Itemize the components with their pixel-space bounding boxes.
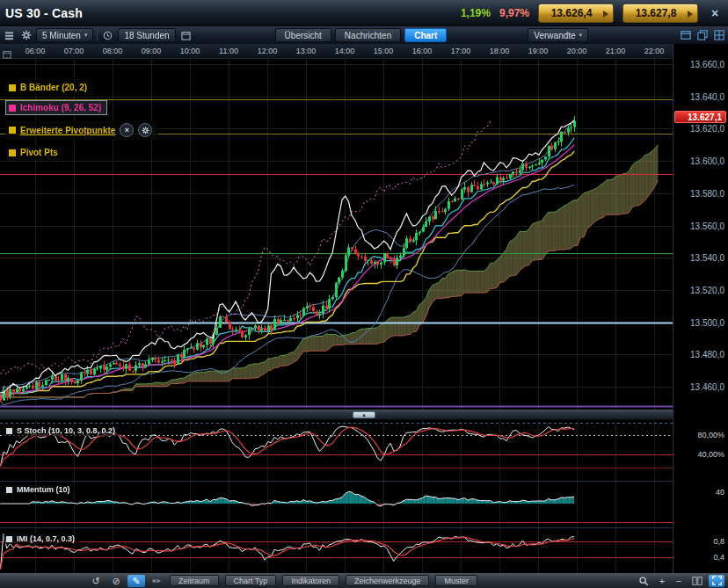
legend-erweiterte-pivotpunkte[interactable]: Erweiterte Pivotpunkte × [5, 120, 158, 140]
sell-price-button[interactable]: 13.626,4 [538, 4, 614, 23]
window-grid-icon[interactable] [712, 29, 725, 42]
tab-label: Übersicht [285, 31, 322, 40]
legend-label: Ichimoku (9, 26, 52) [20, 103, 101, 113]
timeframe-dropdown[interactable]: 5 Minuten ▾ [36, 28, 93, 42]
legend-label: Pivot Pts [20, 148, 58, 157]
time-axis-label: 06:00 [25, 47, 46, 55]
legend-bollinger-bands[interactable]: B Bänder (20, 2) [5, 80, 93, 95]
duration-label: 18 Stunden [124, 31, 169, 40]
momentum-panel-label[interactable]: MMentum (10) [4, 484, 75, 495]
toolbar-button[interactable]: Zeichenwerkzeuge [346, 575, 430, 586]
bottom-toolbar: ↺ ⊘ ✎ ✏ ZeitraumChart TypIndikatorenZeic… [0, 573, 728, 588]
expand-icon[interactable] [709, 575, 724, 587]
momentum-panel-canvas[interactable] [0, 481, 673, 527]
price-axis-label: 13.460,0 [690, 382, 724, 392]
magnifier-icon[interactable] [635, 575, 652, 587]
toolbar-button[interactable]: Indikatoren [282, 575, 339, 586]
instrument-title: US 30 - Cash [5, 6, 83, 20]
stochastic-panel-label[interactable]: S Stoch (10, 10, 3, 0.8, 0.2) [4, 425, 120, 436]
freehand-icon[interactable]: ✏ [148, 575, 165, 587]
indicator-level-label: 0,4 [713, 553, 724, 562]
price-axis-label: 13.620,0 [690, 124, 724, 134]
momentum-swatch-icon [6, 487, 12, 493]
title-bar: US 30 - Cash 1,19% 9,97% 13.626,4 13.627… [0, 0, 728, 26]
panel-label-text: IMI (14, 0.7, 0.3) [17, 534, 75, 543]
remove-indicator-icon[interactable]: × [120, 123, 134, 137]
buy-price-button[interactable]: 13.627,8 [622, 4, 698, 23]
time-axis-label: 15:00 [374, 47, 394, 55]
duration-dropdown[interactable]: 18 Stunden [118, 28, 175, 42]
buy-price-value: 13.627,8 [636, 7, 677, 19]
mini-calendar-icon[interactable] [3, 47, 11, 62]
indicator-settings-icon[interactable] [138, 123, 152, 137]
tab[interactable]: Chart [404, 28, 447, 42]
window-restore-icon[interactable] [695, 29, 709, 42]
imi-panel-canvas[interactable] [0, 527, 673, 573]
pivotpunkte-swatch-icon [9, 127, 16, 134]
indicator-level-label: 0,8 [713, 537, 724, 546]
legend-label: B Bänder (20, 2) [20, 83, 87, 92]
time-axis-label: 07:00 [64, 47, 84, 55]
tab[interactable]: Übersicht [275, 28, 331, 42]
undo-icon[interactable]: ↺ [87, 575, 105, 587]
toolbar-button[interactable]: Zeitraum [170, 575, 219, 586]
close-icon[interactable]: × [707, 5, 723, 21]
chart-toolbar: 5 Minuten ▾ 18 Stunden Übersicht Nachric… [0, 26, 728, 44]
collapse-panels-button[interactable]: ▴ [353, 411, 375, 418]
toolbar-button[interactable]: Muster [435, 575, 477, 586]
zoom-in-button[interactable]: + [655, 575, 669, 587]
legend-pivot-pts[interactable]: Pivot Pts [5, 145, 64, 160]
time-axis-label: 22:00 [644, 47, 665, 55]
zoom-out-button[interactable]: − [672, 575, 686, 587]
no-draw-icon[interactable]: ⊘ [107, 575, 125, 587]
indicator-level-label: 80,00% [697, 431, 724, 439]
pencil-icon[interactable]: ✎ [127, 575, 145, 587]
imi-panel-label[interactable]: IMI (14, 0.7, 0.3) [4, 534, 79, 544]
price-axis[interactable]: 13.660,013.640,013.620,013.600,013.580,0… [673, 44, 728, 573]
settings-gear-icon[interactable] [19, 29, 33, 42]
window-layout-icon[interactable] [679, 29, 692, 42]
buy-arrow-icon [688, 11, 693, 18]
tab-label: Nachrichten [345, 31, 391, 40]
sell-arrow-icon [603, 11, 608, 18]
separator [97, 29, 98, 41]
calendar-icon[interactable] [179, 29, 193, 42]
legend-ichimoku[interactable]: Ichimoku (9, 26, 52) [5, 100, 107, 115]
time-axis-label: 18:00 [490, 47, 510, 55]
time-axis-label: 20:00 [567, 47, 587, 55]
layout-list-icon[interactable] [3, 29, 16, 42]
time-axis-label: 10:00 [180, 47, 200, 55]
time-axis-label: 08:00 [103, 47, 123, 55]
current-price-tag: 13.627,1 [674, 111, 726, 123]
time-axis-label: 17:00 [451, 47, 471, 55]
ichimoku-swatch-icon [9, 105, 16, 112]
price-axis-label: 13.520,0 [690, 285, 724, 294]
price-axis-label: 13.600,0 [690, 156, 724, 166]
clock-icon[interactable] [101, 29, 114, 42]
time-axis-label: 21:00 [606, 47, 626, 55]
toolbar-button[interactable]: Chart Typ [225, 575, 277, 586]
price-axis-label: 13.580,0 [690, 188, 724, 198]
indicator-level-label: 40,00% [697, 450, 724, 459]
timeframe-label: 5 Minuten [42, 31, 81, 40]
time-axis-label: 11:00 [219, 47, 238, 55]
price-axis-label: 13.480,0 [690, 350, 724, 359]
time-axis-label: 14:00 [335, 47, 355, 55]
split-view-icon[interactable] [688, 575, 706, 587]
price-axis-label: 13.660,0 [690, 60, 724, 69]
related-dropdown[interactable]: Verwandte ▾ [528, 28, 588, 42]
time-axis-label: 16:00 [412, 47, 433, 55]
panel-divider[interactable]: ▴ [0, 410, 673, 420]
time-axis[interactable]: 06:0007:0008:0009:0010:0011:0012:0013:00… [0, 44, 728, 59]
imi-swatch-icon [6, 536, 12, 542]
price-axis-label: 13.560,0 [690, 221, 724, 230]
time-axis-label: 12:00 [258, 47, 278, 55]
indicator-legend: B Bänder (20, 2) Ichimoku (9, 26, 52) Er… [5, 80, 158, 160]
change-percent-secondary: 9,97% [499, 7, 529, 19]
panel-label-text: MMentum (10) [17, 485, 70, 494]
time-axis-label: 19:00 [528, 47, 549, 55]
tab[interactable]: Nachrichten [335, 28, 401, 42]
price-axis-label: 13.640,0 [690, 91, 724, 101]
panel-label-text: S Stoch (10, 10, 3, 0.8, 0.2) [17, 426, 115, 435]
price-axis-label: 13.500,0 [690, 317, 724, 327]
